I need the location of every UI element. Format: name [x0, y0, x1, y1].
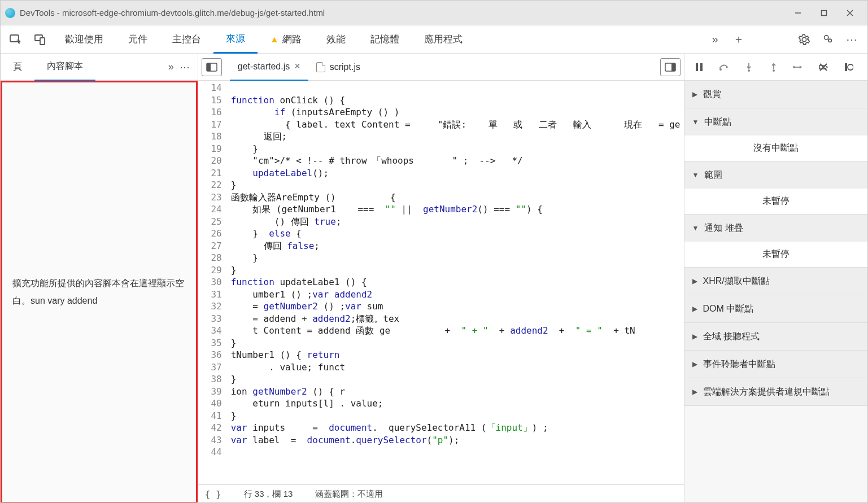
kebab-menu-icon[interactable]: ⋯: [844, 32, 860, 47]
svg-rect-14: [700, 63, 703, 71]
left-tab-content-scripts[interactable]: 內容腳本: [34, 54, 95, 81]
add-tab-icon[interactable]: ＋: [731, 32, 747, 47]
coverage-status: 涵蓋範圍：不適用: [315, 489, 383, 500]
chevron-down-icon: ▼: [692, 118, 699, 126]
tab-memory[interactable]: 記憶體: [358, 25, 412, 54]
chevron-right-icon: ▶: [692, 305, 697, 313]
code-editor[interactable]: 1415161718192021222324252627282930313233…: [198, 81, 684, 484]
section-xhr[interactable]: ▶XHR/擷取中斷點: [684, 268, 868, 295]
editor-status-bar: { } 行 33，欄 13 涵蓋範圍：不適用: [198, 484, 684, 503]
empty-message: 擴充功能所提供的內容腳本會在這裡顯示空白。sun vary addend: [8, 275, 190, 309]
hide-debugger-button[interactable]: [660, 58, 681, 76]
step-icon[interactable]: [792, 60, 805, 74]
svg-point-23: [848, 64, 853, 70]
feedback-icon[interactable]: [820, 32, 836, 47]
section-watch-label: 觀賞: [703, 89, 721, 100]
svg-rect-4: [10, 35, 19, 42]
section-global[interactable]: ▶全域 接聽程式: [684, 323, 868, 350]
left-kebab-icon[interactable]: ⋯: [180, 61, 190, 73]
deactivate-breakpoints-icon[interactable]: [817, 60, 830, 74]
svg-point-7: [825, 35, 828, 39]
section-callstack[interactable]: ▼通知 堆疊: [684, 215, 868, 242]
cursor-position: 行 33，欄 13: [244, 489, 293, 500]
left-tab-page[interactable]: 頁: [1, 54, 34, 81]
inspect-icon[interactable]: [3, 28, 28, 51]
minimize-button[interactable]: [785, 4, 811, 22]
devtools-app-icon: [5, 8, 15, 18]
section-xhr-label: XHR/擷取中斷點: [703, 275, 770, 287]
editor-panel: get-started.js × script.js 1415161718192…: [198, 54, 684, 503]
svg-point-21: [793, 66, 795, 68]
breakpoints-empty: 沒有中斷點: [684, 135, 868, 161]
svg-point-19: [773, 69, 775, 72]
main-tabstrip: 歡迎使用 元件 主控台 來源 ▲網路 效能 記憶體 應用程式 » ＋ ⋯: [1, 25, 867, 54]
tab-elements[interactable]: 元件: [116, 25, 160, 54]
tab-console[interactable]: 主控台: [160, 25, 213, 54]
maximize-button[interactable]: [811, 4, 837, 22]
chevron-right-icon: ▶: [692, 277, 697, 285]
chevron-right-icon: ▶: [692, 360, 697, 368]
section-event[interactable]: ▶事件聆聽者中斷點: [684, 351, 868, 378]
chevron-down-icon: ▼: [692, 171, 699, 179]
svg-rect-12: [671, 63, 675, 71]
tab-welcome[interactable]: 歡迎使用: [53, 25, 116, 54]
section-csp-label: 雲端解決方案提供者違規中斷點: [703, 386, 830, 398]
file-tab-active-label: get-started.js: [238, 62, 290, 72]
chevron-down-icon: ▼: [692, 224, 699, 232]
settings-gear-icon[interactable]: [796, 32, 812, 47]
section-watch[interactable]: ▶觀賞: [684, 81, 868, 108]
debugger-toolbar: [684, 54, 868, 81]
pause-icon[interactable]: [692, 60, 706, 74]
step-out-icon[interactable]: [767, 60, 780, 74]
content-scripts-empty: 擴充功能所提供的內容腳本會在這裡顯示空白。sun vary addend: [1, 81, 198, 503]
section-scope-label: 範圍: [704, 169, 722, 181]
hide-navigator-button[interactable]: [202, 58, 222, 76]
more-tabs-icon[interactable]: »: [707, 32, 723, 47]
chevron-right-icon: ▶: [692, 388, 697, 396]
tab-performance[interactable]: 效能: [314, 25, 358, 54]
tab-sources[interactable]: 來源: [213, 25, 258, 54]
chevron-right-icon: ▶: [692, 90, 697, 98]
section-scope[interactable]: ▼範圍: [684, 161, 868, 189]
tab-application[interactable]: 應用程式: [412, 25, 475, 54]
scope-not-paused: 未暫停: [684, 189, 868, 214]
svg-point-8: [828, 39, 832, 42]
svg-point-17: [748, 69, 750, 72]
svg-point-15: [719, 68, 722, 71]
step-over-icon[interactable]: [717, 60, 731, 74]
tab-network[interactable]: ▲網路: [258, 25, 314, 54]
section-dom[interactable]: ▶DOM 中斷點: [684, 295, 868, 322]
window-title: DevTools - microsoft-edge-chromium-devto…: [20, 8, 325, 18]
title-bar: DevTools - microsoft-edge-chromium-devto…: [1, 1, 867, 25]
callstack-not-paused: 未暫停: [684, 242, 868, 267]
close-tab-icon[interactable]: ×: [294, 60, 300, 72]
file-tab-script-label: script.js: [330, 62, 360, 72]
section-breakpoints[interactable]: ▼中斷點: [684, 108, 868, 135]
left-more-icon[interactable]: »: [168, 61, 174, 73]
section-csp[interactable]: ▶雲端解決方案提供者違規中斷點: [684, 378, 868, 405]
chevron-right-icon: ▶: [692, 333, 697, 340]
step-into-icon[interactable]: [742, 60, 756, 74]
file-tab-active[interactable]: get-started.js ×: [230, 54, 308, 81]
section-event-label: 事件聆聽者中斷點: [703, 358, 775, 370]
svg-rect-22: [845, 63, 847, 71]
svg-rect-13: [696, 63, 698, 71]
navigator-panel: 頁 內容腳本 » ⋯ 擴充功能所提供的內容腳本會在這裡顯示空白。sun vary…: [1, 54, 198, 503]
device-icon[interactable]: [28, 28, 53, 51]
code-content[interactable]: function onC1ick () { if (inputsAreEmpty…: [228, 81, 684, 484]
warning-icon: ▲: [270, 34, 279, 45]
section-dom-label: DOM 中斷點: [703, 303, 754, 315]
tab-network-label: 網路: [282, 33, 302, 46]
section-global-label: 全域 接聽程式: [703, 331, 760, 343]
pretty-print-icon[interactable]: { }: [205, 489, 221, 500]
pause-exceptions-icon[interactable]: [841, 60, 855, 74]
svg-rect-1: [822, 10, 827, 15]
svg-rect-6: [40, 38, 45, 45]
debugger-panel: ▶觀賞 ▼中斷點 沒有中斷點 ▼範圍 未暫停 ▼通知 堆疊 未暫停 ▶XHR/擷…: [684, 54, 868, 503]
section-breakpoints-label: 中斷點: [704, 116, 731, 128]
close-button[interactable]: [837, 4, 863, 22]
section-callstack-label: 通知 堆疊: [704, 222, 743, 234]
js-file-icon: [316, 62, 325, 72]
line-gutter: 1415161718192021222324252627282930313233…: [198, 81, 228, 484]
file-tab-script[interactable]: script.js: [308, 54, 368, 81]
